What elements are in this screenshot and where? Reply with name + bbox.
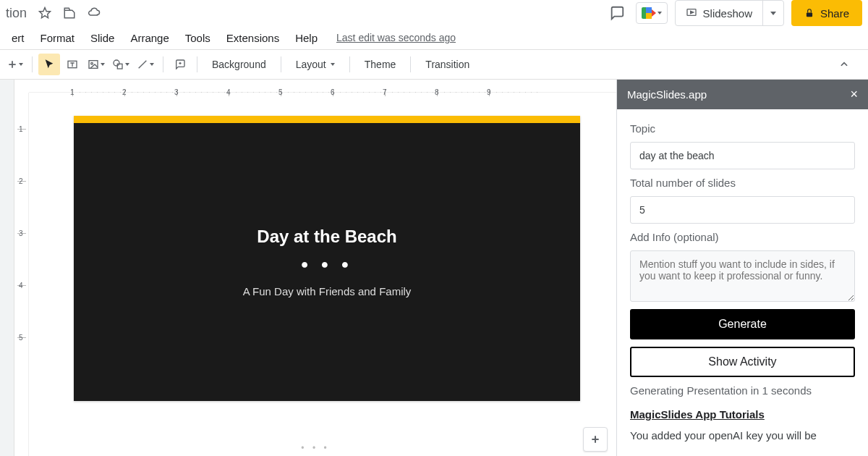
sidebar-title: MagicSlides.app <box>627 88 707 101</box>
menu-slide[interactable]: Slide <box>83 29 122 47</box>
show-activity-button[interactable]: Show Activity <box>630 347 855 377</box>
theme-button[interactable]: Theme <box>356 54 405 75</box>
chevron-down-icon <box>331 63 335 66</box>
addon-sidebar: MagicSlides.app × Topic Total number of … <box>616 80 868 456</box>
filmstrip-collapsed[interactable] <box>0 80 14 456</box>
present-icon <box>686 7 697 19</box>
image-tool[interactable] <box>85 54 108 75</box>
slideshow-caret[interactable] <box>763 1 783 25</box>
collapse-toolbar-button[interactable] <box>833 54 855 75</box>
textbox-tool[interactable] <box>61 54 83 75</box>
menu-extensions[interactable]: Extensions <box>219 29 286 47</box>
horizontal-ruler: 1 2 3 4 5 6 7 8 9 <box>29 80 616 93</box>
background-button[interactable]: Background <box>203 54 275 75</box>
svg-point-6 <box>91 62 93 64</box>
slide-accent-bar <box>74 116 580 123</box>
lock-icon <box>804 8 814 18</box>
menu-help[interactable]: Help <box>288 29 325 47</box>
slide-divider-dots: ● ● ● <box>301 257 354 272</box>
svg-point-7 <box>114 60 119 66</box>
menu-format[interactable]: Format <box>33 29 82 47</box>
openai-key-note: You added your openAI key you will be <box>630 428 855 443</box>
chevron-down-icon <box>19 63 23 66</box>
share-button[interactable]: Share <box>791 0 862 26</box>
svg-marker-0 <box>40 8 51 18</box>
svg-rect-5 <box>89 61 98 69</box>
last-edit-link[interactable]: Last edit was seconds ago <box>336 32 456 43</box>
shape-tool[interactable] <box>109 54 132 75</box>
slide-subtitle[interactable]: A Fun Day with Friends and Family <box>243 285 412 297</box>
current-slide[interactable]: Day at the Beach ● ● ● A Fun Day with Fr… <box>74 116 580 401</box>
chevron-down-icon <box>658 12 662 14</box>
slides-count-label: Total number of slides <box>630 177 855 189</box>
new-slide-button[interactable] <box>4 54 26 75</box>
chevron-down-icon <box>150 63 154 66</box>
slideshow-label: Slideshow <box>703 7 752 20</box>
slide-canvas[interactable]: 1 2 3 4 5 6 7 8 9 1 2 3 4 5 Day at the B… <box>14 80 616 456</box>
vertical-ruler: 1 2 3 4 5 <box>14 93 29 456</box>
meet-icon <box>642 7 656 19</box>
menu-arrange[interactable]: Arrange <box>123 29 176 47</box>
share-label: Share <box>820 7 849 20</box>
topic-input[interactable] <box>630 142 855 169</box>
transition-button[interactable]: Transition <box>417 54 478 75</box>
cloud-status-icon[interactable] <box>86 5 102 21</box>
menu-insert[interactable]: ert <box>4 29 32 47</box>
slides-count-input[interactable] <box>630 196 855 224</box>
chevron-down-icon <box>770 12 776 15</box>
slide-title[interactable]: Day at the Beach <box>257 227 396 247</box>
svg-marker-2 <box>690 11 693 13</box>
topic-label: Topic <box>630 122 855 135</box>
doc-title-fragment[interactable]: tion <box>6 6 33 21</box>
comment-history-icon[interactable] <box>604 0 630 26</box>
move-icon[interactable] <box>61 5 77 21</box>
layout-label: Layout <box>296 59 326 70</box>
tutorials-link[interactable]: MagicSlides App Tutorials <box>630 408 855 421</box>
explore-button[interactable] <box>583 427 608 452</box>
svg-rect-3 <box>807 12 812 17</box>
chevron-down-icon <box>101 63 105 66</box>
chevron-down-icon <box>125 63 129 66</box>
speaker-notes-handle[interactable]: • • • <box>301 443 329 453</box>
generation-status: Generating Presentation in 1 seconds <box>630 384 855 397</box>
menu-tools[interactable]: Tools <box>178 29 218 47</box>
generate-button[interactable]: Generate <box>630 309 855 339</box>
addinfo-textarea[interactable] <box>630 250 855 302</box>
slideshow-button[interactable]: Slideshow <box>675 0 784 26</box>
select-tool[interactable] <box>38 54 60 75</box>
close-icon[interactable]: × <box>850 87 858 102</box>
addinfo-label: Add Info (optional) <box>630 231 855 243</box>
star-icon[interactable] <box>37 5 53 21</box>
svg-rect-8 <box>117 64 122 69</box>
layout-button[interactable]: Layout <box>287 54 344 75</box>
line-tool[interactable] <box>134 54 157 75</box>
meet-button[interactable] <box>636 2 668 24</box>
comment-tool[interactable] <box>169 54 191 75</box>
